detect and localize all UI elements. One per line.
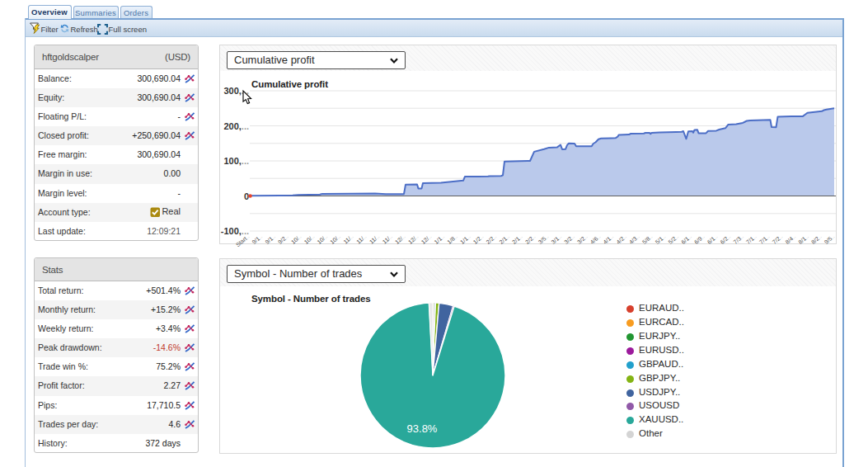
svg-text:9/5..: 9/5.. — [823, 234, 836, 245]
svg-text:200,...: 200,... — [223, 121, 249, 131]
svg-text:10/..: 10/.. — [316, 234, 328, 245]
svg-text:4/6..: 4/6.. — [589, 234, 602, 245]
svg-text:6/2..: 6/2.. — [720, 234, 732, 245]
svg-text:6/1..: 6/1.. — [680, 234, 692, 245]
svg-text:2/1..: 2/1.. — [498, 234, 510, 245]
svg-text:11/..: 11/.. — [342, 234, 354, 245]
svg-text:8/1..: 8/1.. — [797, 234, 809, 245]
svg-text:1/2..: 1/2.. — [472, 234, 485, 245]
svg-text:4/3..: 4/3.. — [628, 234, 640, 245]
svg-text:9/1..: 9/1.. — [264, 234, 276, 245]
svg-text:7/1..: 7/1.. — [745, 234, 758, 245]
svg-text:2/2..: 2/2.. — [486, 234, 498, 245]
svg-text:4/2..: 4/2.. — [615, 234, 627, 245]
svg-text:9/1..: 9/1.. — [251, 234, 264, 245]
svg-text:9/2..: 9/2.. — [277, 234, 289, 245]
svg-text:10/..: 10/.. — [303, 234, 316, 245]
svg-text:6/9..: 6/9.. — [693, 234, 706, 245]
svg-text:6/1..: 6/1.. — [706, 234, 719, 245]
svg-text:3/1..: 3/1.. — [550, 234, 562, 245]
svg-text:11/..: 11/.. — [355, 234, 368, 245]
svg-text:5/2..: 5/2.. — [667, 234, 679, 245]
svg-text:3/2..: 3/2.. — [563, 234, 575, 245]
svg-text:1/8..: 1/8.. — [446, 234, 458, 245]
svg-text:5/8..: 5/8.. — [641, 234, 654, 245]
svg-text:0: 0 — [244, 191, 249, 201]
svg-text:12/..: 12/.. — [394, 234, 406, 245]
svg-text:100,...: 100,... — [223, 156, 249, 166]
svg-text:11/..: 11/.. — [382, 234, 394, 245]
svg-text:4/1..: 4/1.. — [603, 234, 615, 245]
svg-text:12/..: 12/.. — [420, 234, 433, 245]
svg-text:3/2..: 3/2.. — [576, 234, 589, 245]
svg-text:1/1..: 1/1.. — [459, 234, 472, 245]
svg-text:7/3..: 7/3.. — [732, 234, 744, 245]
svg-text:1/1..: 1/1.. — [433, 234, 445, 245]
svg-text:2/2..: 2/2.. — [524, 234, 537, 245]
svg-text:2/1..: 2/1.. — [511, 234, 523, 245]
svg-text:93.8%: 93.8% — [407, 422, 438, 435]
svg-text:10/..: 10/.. — [329, 234, 341, 245]
svg-text:11/..: 11/.. — [368, 234, 381, 245]
svg-text:8/4..: 8/4.. — [784, 234, 796, 245]
svg-text:7/1..: 7/1.. — [758, 234, 771, 245]
svg-text:8/2..: 8/2.. — [810, 234, 823, 245]
svg-text:5/1..: 5/1.. — [655, 234, 667, 245]
svg-text:3/5..: 3/5.. — [537, 234, 550, 245]
svg-text:7/2..: 7/2.. — [772, 234, 784, 245]
svg-text:12/..: 12/.. — [407, 234, 420, 245]
svg-text:10/..: 10/.. — [290, 234, 303, 245]
